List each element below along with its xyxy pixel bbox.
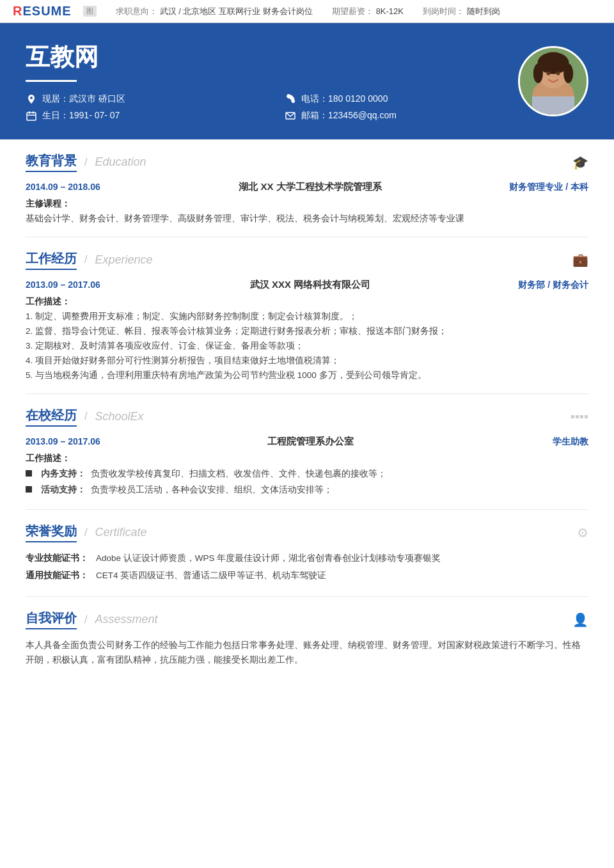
edu-date: 2014.09 – 2018.06 (26, 182, 134, 192)
job-intention: 求职意向： 武汉 / 北京地区 互联网行业 财务会计岗位 (116, 6, 313, 17)
school-org: 工程院管理系办公室 (134, 436, 486, 448)
calendar-icon (26, 110, 37, 122)
education-header: 教育背景 / Education 🎓 (26, 152, 588, 172)
briefcase-icon: 💼 (572, 252, 588, 267)
expected-salary: 期望薪资： 8K-12K (332, 6, 404, 17)
resume-page: RESUME 图 求职意向： 武汉 / 北京地区 互联网行业 财务会计岗位 期望… (0, 0, 614, 868)
birthday-info: 生日：1991- 07- 07 (26, 110, 259, 122)
assessment-header: 自我评价 / Assessment 👤 (26, 610, 588, 629)
svg-rect-0 (27, 113, 36, 120)
certificate-title-en: Certificate (95, 526, 146, 539)
certificate-section: 荣誉奖励 / Certificate ⚙ 专业技能证书： Adobe 认证设计师… (26, 510, 588, 597)
graduation-icon: 🎓 (572, 155, 588, 170)
person-icon: 👤 (572, 612, 588, 627)
school-title-group: 在校经历 / SchoolEx (26, 407, 144, 427)
school-header: 在校经历 / SchoolEx ▪▪▪▪ (26, 407, 588, 427)
school-section: 在校经历 / SchoolEx ▪▪▪▪ 2013.09 – 2017.06 工… (26, 394, 588, 510)
avatar (518, 46, 588, 116)
assessment-title-cn: 自我评价 (26, 610, 77, 629)
school-role: 学生助教 (486, 436, 588, 448)
phone-icon (285, 93, 296, 105)
education-section: 教育背景 / Education 🎓 2014.09 – 2018.06 湖北 … (26, 139, 588, 237)
exp-body: 工作描述： 1. 制定、调整费用开支标准；制定、实施内部财务控制制度；制定会计核… (26, 295, 588, 383)
education-title-cn: 教育背景 (26, 152, 77, 172)
cert-row-2: 通用技能证书： CET4 英语四级证书、普通话二级甲等证书、机动车驾驶证 (26, 569, 588, 583)
onboard-time: 到岗时间： 随时到岗 (423, 6, 500, 17)
experience-title-group: 工作经历 / Experience (26, 250, 153, 270)
top-bar: RESUME 图 求职意向： 武汉 / 北京地区 互联网行业 财务会计岗位 期望… (0, 0, 614, 23)
experience-title-en: Experience (95, 253, 152, 267)
phone-info: 电话：180 0120 0000 (285, 93, 518, 105)
education-title-en: Education (95, 155, 146, 169)
svg-point-12 (556, 72, 560, 75)
assessment-title-group: 自我评价 / Assessment (26, 610, 158, 629)
certificate-title-group: 荣誉奖励 / Certificate (26, 523, 146, 542)
school-date: 2013.09 – 2017.06 (26, 436, 134, 446)
assessment-body: 本人具备全面负责公司财务工作的经验与工作能力包括日常事务处理、账务处理、纳税管理… (26, 638, 588, 668)
header-divider (26, 80, 77, 82)
svg-point-11 (547, 72, 551, 75)
cert-body: 专业技能证书： Adobe 认证设计师资质，WPS 年度最佳设计师，湖北省创青春… (26, 551, 588, 583)
experience-title-cn: 工作经历 (26, 250, 77, 270)
header-info: 互教网 现居：武汉市 硚口区 (26, 41, 518, 122)
education-title-group: 教育背景 / Education (26, 152, 146, 172)
location-icon (26, 93, 37, 105)
exp-entry: 2013.09 – 2017.06 武汉 XXX 网络科技有限公司 财务部 / … (26, 279, 588, 291)
svg-point-10 (563, 64, 573, 83)
cert-row-1: 专业技能证书： Adobe 认证设计师资质，WPS 年度最佳设计师，湖北省创青春… (26, 551, 588, 566)
square-bullet-1 (26, 467, 36, 482)
education-entry: 2014.09 – 2018.06 湖北 XX 大学工程技术学院管理系 财务管理… (26, 181, 588, 193)
experience-header: 工作经历 / Experience 💼 (26, 250, 588, 270)
edu-role: 财务管理专业 / 本科 (486, 182, 588, 193)
assessment-section: 自我评价 / Assessment 👤 本人具备全面负责公司财务工作的经验与工作… (26, 597, 588, 678)
school-title-en: SchoolEx (95, 410, 143, 423)
email-icon (285, 110, 296, 122)
logo-tag: 图 (83, 6, 97, 17)
logo: RESUME (13, 4, 72, 19)
exp-org: 武汉 XXX 网络科技有限公司 (134, 279, 486, 291)
header-section: 互教网 现居：武汉市 硚口区 (0, 23, 614, 139)
edu-org: 湖北 XX 大学工程技术学院管理系 (134, 181, 486, 193)
school-title-cn: 在校经历 (26, 407, 77, 427)
location-info: 现居：武汉市 硚口区 (26, 93, 259, 105)
certificate-title-cn: 荣誉奖励 (26, 523, 77, 542)
main-content: 教育背景 / Education 🎓 2014.09 – 2018.06 湖北 … (0, 139, 614, 678)
grid-icon: ▪▪▪▪ (571, 409, 588, 424)
svg-rect-13 (532, 97, 574, 114)
email-info: 邮箱：123456@qq.com (285, 110, 518, 122)
experience-section: 工作经历 / Experience 💼 2013.09 – 2017.06 武汉… (26, 237, 588, 394)
assessment-title-en: Assessment (95, 613, 157, 626)
square-bullet-2 (26, 483, 36, 498)
svg-point-9 (533, 64, 543, 83)
certificate-header: 荣誉奖励 / Certificate ⚙ (26, 523, 588, 542)
school-entry: 2013.09 – 2017.06 工程院管理系办公室 学生助教 (26, 436, 588, 448)
edu-body: 主修课程： 基础会计学、财务会计、财务管理学、高级财务管理、审计学、税法、税务会… (26, 197, 588, 226)
exp-role: 财务部 / 财务会计 (486, 280, 588, 291)
contact-grid: 现居：武汉市 硚口区 电话：180 0120 0000 (26, 93, 518, 122)
school-body: 工作描述： 内务支持： 负责收发学校传真复印、扫描文档、收发信件、文件、快递包裹… (26, 452, 588, 498)
gear-icon: ⚙ (577, 525, 588, 541)
person-name: 互教网 (26, 41, 518, 74)
exp-date: 2013.09 – 2017.06 (26, 280, 134, 290)
